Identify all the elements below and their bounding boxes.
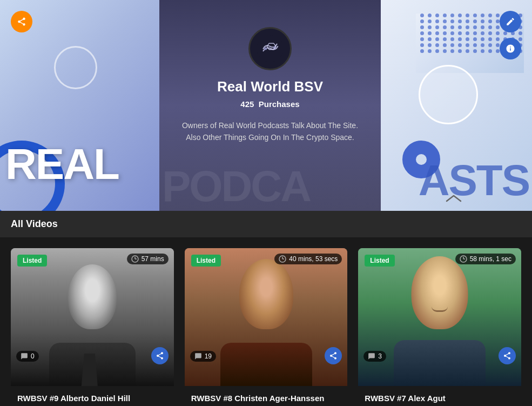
- dot: [428, 43, 432, 47]
- dot: [466, 49, 469, 53]
- video-badge-2: Listed: [191, 255, 221, 267]
- dot: [458, 49, 462, 53]
- video-info-2: RWBSV #8 Christen Ager-Hanssen: [185, 386, 348, 406]
- video-thumbnail-3: Listed 58 mins, 1 sec 3: [358, 248, 521, 386]
- purchases-count: 425: [240, 99, 254, 109]
- dot: [435, 43, 439, 47]
- duration-text-1: 57 mins: [142, 255, 164, 263]
- dot: [428, 19, 432, 23]
- hero-info-button[interactable]: [500, 38, 521, 59]
- dot: [420, 31, 424, 35]
- dot: [458, 43, 462, 47]
- duration-text-2: 40 mins, 53 secs: [289, 255, 338, 263]
- channel-purchases: 425 Purchases: [240, 99, 299, 109]
- channel-description: Owners of Real World Podcasts Talk About…: [182, 119, 358, 144]
- dot: [466, 25, 469, 29]
- channel-name: Real World BSV: [217, 78, 323, 95]
- dot: [435, 37, 439, 41]
- hero-share-button[interactable]: [11, 11, 32, 32]
- dot: [466, 14, 469, 17]
- dot: [466, 43, 469, 47]
- video-comments-3: 3: [363, 351, 386, 362]
- hero-bg-text: PODCA: [162, 168, 310, 208]
- hero-right-text: ASTS: [419, 156, 529, 205]
- dot: [473, 31, 477, 35]
- dot: [473, 25, 477, 29]
- dot: [420, 25, 424, 29]
- video-badge-3: Listed: [365, 255, 394, 267]
- dot: [488, 19, 492, 23]
- dot: [443, 14, 447, 17]
- dot: [443, 49, 447, 53]
- comments-count-1: 0: [31, 352, 35, 360]
- video-title-2: RWBSV #8 Christen Ager-Hanssen: [191, 392, 341, 404]
- dot: [435, 19, 439, 23]
- duration-text-3: 58 mins, 1 sec: [470, 255, 511, 263]
- hero-center-panel: Real World BSV 425 Purchases Owners of R…: [159, 0, 381, 211]
- video-share-button-3[interactable]: [499, 347, 516, 364]
- dot: [496, 14, 500, 17]
- hero-expand-button[interactable]: [446, 194, 462, 207]
- video-comments-1: 0: [16, 351, 39, 362]
- dot: [496, 19, 500, 23]
- dot: [496, 31, 500, 35]
- dot: [450, 49, 454, 53]
- video-card-2[interactable]: Listed 40 mins, 53 secs 19 RWBSV #8 Chri…: [185, 248, 348, 406]
- video-title-3: RWBSV #7 Alex Agut: [365, 392, 515, 404]
- dot: [496, 43, 500, 47]
- svg-point-1: [264, 48, 267, 50]
- dot: [443, 31, 447, 35]
- dot: [488, 43, 492, 47]
- dot: [435, 25, 439, 29]
- dot: [473, 43, 477, 47]
- dot: [488, 49, 492, 53]
- dot: [458, 37, 462, 41]
- video-thumbnail-2: Listed 40 mins, 53 secs 19: [185, 248, 348, 386]
- dot: [435, 31, 439, 35]
- dot: [481, 43, 484, 47]
- dot: [420, 49, 424, 53]
- dot: [428, 31, 432, 35]
- hero-edit-button[interactable]: [500, 11, 521, 32]
- video-card-1[interactable]: Listed 57 mins 0 RWBSV #9 Alberto Daniel…: [11, 248, 174, 406]
- dot: [481, 31, 484, 35]
- dot: [435, 14, 439, 17]
- dot: [496, 37, 500, 41]
- dot: [473, 14, 477, 17]
- video-card-3[interactable]: Listed 58 mins, 1 sec 3 RWBSV #7 Alex Ag…: [358, 248, 521, 406]
- video-badge-1: Listed: [17, 255, 47, 267]
- video-info-1: RWBSV #9 Alberto Daniel Hill: [11, 386, 174, 406]
- dot: [420, 37, 424, 41]
- dot: [443, 37, 447, 41]
- dot: [420, 19, 424, 23]
- dot: [481, 19, 484, 23]
- dot: [458, 14, 462, 17]
- dot: [450, 37, 454, 41]
- dot: [450, 25, 454, 29]
- hero-left-text: REAL: [5, 139, 119, 189]
- video-comments-2: 19: [190, 351, 216, 362]
- dot: [473, 19, 477, 23]
- video-duration-2: 40 mins, 53 secs: [274, 254, 342, 264]
- dot: [443, 25, 447, 29]
- dot: [473, 37, 477, 41]
- dot: [488, 25, 492, 29]
- hero-section: REAL Real World BSV 425 Purchases Owners…: [0, 0, 532, 211]
- dot: [488, 37, 492, 41]
- dot: [496, 49, 500, 53]
- dot: [450, 19, 454, 23]
- channel-icon: [248, 27, 292, 70]
- video-duration-3: 58 mins, 1 sec: [455, 254, 516, 264]
- dot: [428, 37, 432, 41]
- dot: [450, 43, 454, 47]
- dot: [466, 19, 469, 23]
- dot: [466, 37, 469, 41]
- dot: [518, 37, 522, 41]
- dot: [458, 31, 462, 35]
- video-share-button-1[interactable]: [151, 347, 169, 364]
- dot: [428, 14, 432, 17]
- dot: [473, 49, 477, 53]
- dot: [466, 31, 469, 35]
- dot: [428, 49, 432, 53]
- video-duration-1: 57 mins: [127, 254, 169, 264]
